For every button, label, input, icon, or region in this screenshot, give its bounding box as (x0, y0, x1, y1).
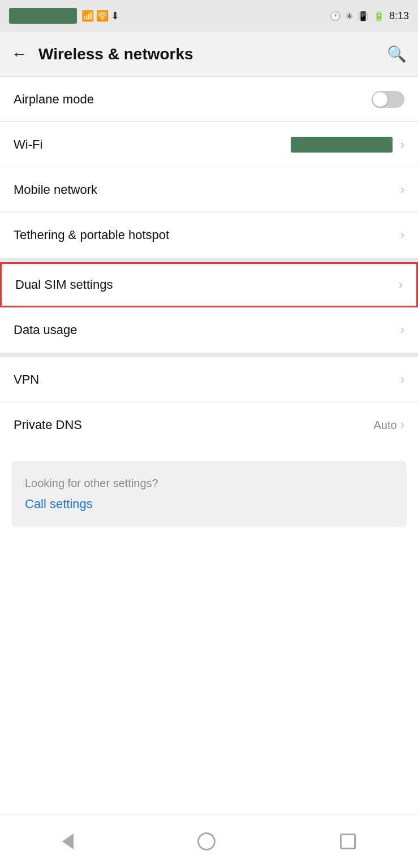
tethering-label: Tethering & portable hotspot (14, 228, 400, 242)
info-box: Looking for other settings? Call setting… (11, 461, 407, 527)
nav-bar (0, 814, 418, 868)
bluetooth-icon: ✳ (346, 11, 353, 21)
battery-icon: 🔋 (373, 11, 385, 21)
nav-home-button[interactable] (197, 832, 216, 850)
alarm-icon: 🕐 (330, 11, 341, 21)
mobile-network-chevron: › (400, 183, 404, 197)
wifi-right: › (291, 137, 404, 153)
wifi-label: Wi-Fi (14, 137, 291, 152)
status-bar: 📶 🛜 ⬇ 🕐 ✳ 📳 🔋 8:13 (0, 0, 418, 32)
vpn-chevron: › (400, 372, 404, 387)
tethering-chevron: › (400, 228, 404, 242)
wifi-icon: 🛜 (96, 10, 109, 22)
vibrate-icon: 📳 (357, 11, 369, 21)
airplane-mode-item[interactable]: Airplane mode (0, 77, 418, 122)
status-time: 8:13 (389, 10, 409, 22)
page-title: Wireless & networks (38, 45, 387, 63)
data-usage-item[interactable]: Data usage › (0, 307, 418, 353)
dual-sim-item[interactable]: Dual SIM settings › (0, 262, 418, 307)
wifi-value-block (291, 137, 393, 153)
dual-sim-label: Dual SIM settings (15, 277, 399, 292)
private-dns-right: Auto › (374, 418, 404, 432)
airplane-mode-label: Airplane mode (14, 92, 372, 107)
tethering-right: › (400, 228, 404, 242)
private-dns-chevron: › (400, 418, 404, 432)
settings-list: Airplane mode Wi-Fi › Mobile network › T… (0, 77, 418, 814)
signal-icon: 📶 (81, 10, 94, 22)
back-button[interactable]: ← (11, 45, 27, 63)
search-button[interactable]: 🔍 (387, 45, 407, 63)
mobile-network-item[interactable]: Mobile network › (0, 167, 418, 212)
download-icon: ⬇ (111, 10, 119, 22)
private-dns-value: Auto (374, 419, 397, 432)
data-usage-label: Data usage (14, 323, 400, 337)
dual-sim-right: › (399, 277, 403, 292)
call-settings-link[interactable]: Call settings (25, 497, 393, 511)
wifi-item[interactable]: Wi-Fi › (0, 122, 418, 167)
info-box-text: Looking for other settings? (25, 477, 393, 490)
private-dns-item[interactable]: Private DNS Auto › (0, 402, 418, 448)
status-left: 📶 🛜 ⬇ (9, 8, 119, 24)
mobile-network-right: › (400, 183, 404, 197)
signal-icons: 📶 🛜 ⬇ (81, 10, 119, 22)
settings-group-1: Airplane mode Wi-Fi › Mobile network › T… (0, 77, 418, 258)
settings-group-3: VPN › Private DNS Auto › (0, 353, 418, 448)
nav-recents-button[interactable] (340, 834, 356, 849)
vpn-label: VPN (14, 372, 400, 387)
status-green-block (9, 8, 77, 24)
private-dns-label: Private DNS (14, 418, 374, 432)
back-triangle-icon (62, 834, 74, 849)
tethering-item[interactable]: Tethering & portable hotspot › (0, 212, 418, 258)
data-usage-chevron: › (400, 323, 404, 337)
data-usage-right: › (400, 323, 404, 337)
wifi-chevron: › (400, 137, 404, 152)
mobile-network-label: Mobile network (14, 183, 400, 197)
settings-group-2: Dual SIM settings › Data usage › (0, 258, 418, 353)
home-circle-icon (197, 832, 216, 850)
airplane-mode-toggle[interactable] (372, 91, 404, 108)
recents-square-icon (340, 834, 356, 849)
vpn-right: › (400, 372, 404, 387)
header: ← Wireless & networks 🔍 (0, 32, 418, 77)
dual-sim-chevron: › (399, 277, 403, 292)
nav-back-button[interactable] (62, 834, 74, 849)
vpn-item[interactable]: VPN › (0, 357, 418, 402)
status-right: 🕐 ✳ 📳 🔋 8:13 (330, 10, 409, 22)
